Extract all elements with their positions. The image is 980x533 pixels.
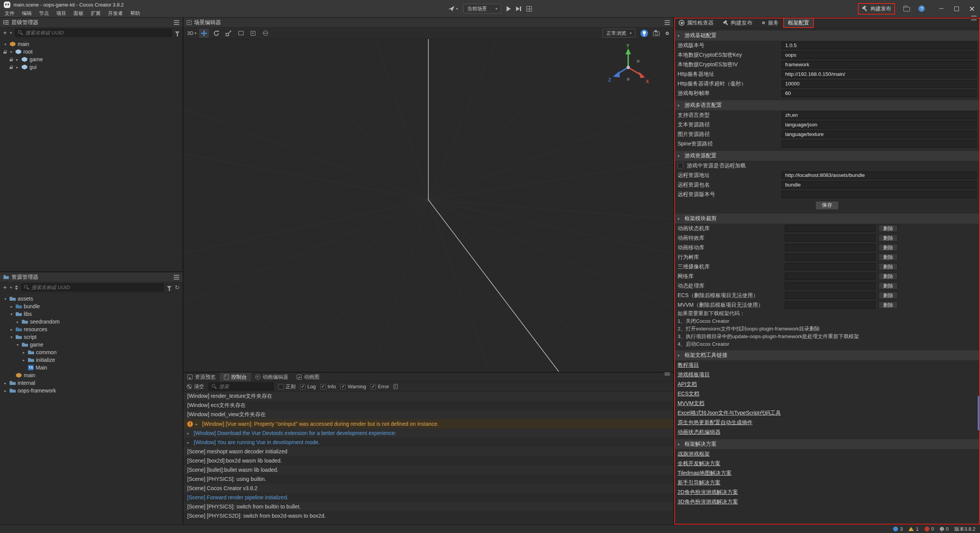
log-filter-checkbox[interactable]: Warning [340, 384, 366, 389]
log-row[interactable]: [Scene] [bullet]:bullet wasm lib loaded. [183, 465, 673, 474]
tree-node[interactable]: initialize [0, 356, 183, 364]
log-row[interactable]: [Scene] [PHYSICS]: switch from builtin t… [183, 502, 673, 511]
tree-arrow-icon[interactable] [15, 320, 20, 324]
hierarchy-search-input[interactable] [15, 29, 172, 37]
log-row[interactable]: [Window] [Vue warn]: Property "onInput" … [183, 419, 673, 428]
create-node-button[interactable]: + [3, 29, 7, 36]
camera-settings-icon[interactable] [653, 31, 660, 36]
log-row[interactable]: [Window] You are running Vue in developm… [183, 438, 673, 447]
move-tool-button[interactable] [199, 29, 209, 38]
tree-node[interactable]: root [0, 48, 183, 56]
field-input[interactable]: language/json [782, 121, 977, 129]
clear-console-button[interactable]: 清空 [187, 383, 204, 390]
tree-node[interactable]: common [0, 348, 183, 356]
section-solutions-header[interactable]: 框架解决方案 [674, 439, 980, 449]
menu-item[interactable]: 节点 [38, 9, 50, 18]
expand-arrow-icon[interactable] [196, 422, 199, 426]
scene-viewport[interactable]: Y X Z [183, 39, 673, 372]
open-project-folder-icon[interactable] [903, 7, 910, 11]
minimize-button[interactable] [939, 6, 944, 11]
expand-arrow-icon[interactable] [187, 440, 191, 445]
menu-item[interactable]: 文件 [4, 9, 15, 18]
build-publish-button[interactable]: 构建发布 [858, 3, 895, 15]
step-button[interactable] [516, 7, 521, 11]
orientation-gizmo[interactable]: Y X Z [605, 44, 651, 90]
log-row[interactable]: [Scene] Cocos Creator v3.8.2 [183, 484, 673, 493]
log-row[interactable]: [Window] render_texture文件夹存在 [183, 392, 673, 401]
doc-link[interactable]: ECS文档 [678, 391, 699, 397]
log-filter-checkbox[interactable]: Info [320, 384, 336, 389]
delete-button[interactable]: 删除 [879, 263, 898, 270]
tree-arrow-icon[interactable] [15, 343, 20, 347]
preview-target-button[interactable]: ▾ [448, 6, 458, 11]
log-row[interactable]: [Scene] Forward render pipeline initiali… [183, 493, 673, 502]
field-input[interactable]: 1.0.5 [782, 42, 977, 49]
panel-menu-icon[interactable] [665, 373, 670, 373]
rotate-tool-button[interactable] [211, 29, 221, 38]
delete-button[interactable]: 删除 [879, 292, 898, 299]
gear-icon[interactable] [666, 32, 669, 35]
tree-node[interactable]: main [0, 371, 183, 379]
console-search-input[interactable] [209, 383, 274, 391]
refresh-icon[interactable]: ↻ [175, 284, 180, 290]
tree-arrow-icon[interactable] [21, 350, 26, 355]
tree-arrow-icon[interactable] [3, 297, 8, 301]
tree-node[interactable]: oops-framework [0, 387, 183, 394]
field-input[interactable]: zh,en [782, 111, 977, 119]
world-local-toggle-button[interactable] [260, 29, 270, 38]
doc-link[interactable]: MVVM文档 [678, 400, 704, 407]
tree-node[interactable]: bundle [0, 302, 183, 310]
filter-icon[interactable] [175, 31, 180, 34]
log-row[interactable]: [Scene] [PHYSICS2D]: switch from box2d-w… [183, 511, 673, 520]
solution-link[interactable]: 2D角色扮演游戏解决方案 [678, 489, 738, 496]
tree-arrow-icon[interactable] [21, 358, 26, 362]
tree-node[interactable]: script [0, 333, 183, 341]
notification-counter[interactable]: 0 [940, 526, 949, 532]
panel-menu-icon[interactable] [174, 277, 179, 278]
log-row[interactable]: [Window] model_view文件夹存在 [183, 410, 673, 419]
lighting-toggle-icon[interactable] [640, 29, 648, 37]
solution-link[interactable]: Tiledmap地图解决方案 [678, 470, 732, 477]
error-message-counter[interactable]: 0 [924, 526, 934, 532]
delete-button[interactable]: 删除 [879, 244, 898, 251]
delete-button[interactable]: 删除 [879, 282, 898, 289]
field-input[interactable]: language/texture [782, 131, 977, 138]
close-button[interactable] [969, 6, 975, 11]
sort-icon[interactable] [15, 285, 18, 290]
inspector-tab[interactable]: 服务 [757, 18, 783, 28]
field-input[interactable]: 60 [782, 90, 977, 97]
console-log-list[interactable]: [Window] render_texture文件夹存在 [Window] ec… [183, 392, 673, 525]
console-tab[interactable]: 动画图 [292, 373, 324, 381]
delete-button[interactable]: 删除 [879, 301, 898, 309]
section-basic-header[interactable]: 游戏基础配置 [674, 31, 980, 41]
tree-node[interactable]: resources [0, 325, 183, 333]
tree-node[interactable]: Main [0, 364, 183, 371]
doc-link[interactable]: 动画状态机编辑器 [678, 429, 720, 436]
tree-arrow-icon[interactable] [9, 335, 14, 339]
menu-item[interactable]: 项目 [56, 9, 67, 18]
checkbox-icon[interactable] [678, 163, 683, 168]
view-mode-dropdown[interactable]: 正常浏览 ▾ [603, 29, 635, 38]
field-input[interactable]: bundle [782, 181, 977, 189]
doc-link[interactable]: 游戏模板项目 [678, 371, 710, 378]
regex-checkbox[interactable]: 正则 [278, 383, 296, 390]
assets-search-input[interactable] [21, 283, 164, 291]
solution-link[interactable]: 战旗游戏框架 [678, 451, 710, 458]
field-input[interactable]: 10000 [782, 80, 977, 88]
scrollbar-thumb[interactable] [978, 396, 980, 430]
tree-node[interactable]: game [0, 341, 183, 348]
info-message-counter[interactable]: 3 [893, 526, 903, 532]
field-input[interactable]: http://192.168.0.150/main/ [782, 70, 977, 78]
tree-arrow-icon[interactable] [15, 57, 20, 62]
tree-node[interactable]: assets [0, 295, 183, 302]
doc-link[interactable]: Excel格式转Json文件与TypeScript代码工具 [678, 410, 781, 417]
filter-icon[interactable] [167, 286, 172, 289]
inspector-tab[interactable]: 属性检查器 [674, 18, 718, 28]
pivot-toggle-button[interactable] [248, 29, 258, 38]
maximize-button[interactable] [954, 6, 959, 11]
log-row[interactable]: [Window] ecs文件夹存在 [183, 401, 673, 410]
solution-link[interactable]: 新手引导解决方案 [678, 479, 720, 486]
field-input[interactable]: http://localhost:8083/assets/bundle [782, 172, 977, 179]
expand-arrow-icon[interactable] [187, 431, 191, 435]
section-docs-header[interactable]: 框架文档工具链接 [674, 350, 980, 360]
